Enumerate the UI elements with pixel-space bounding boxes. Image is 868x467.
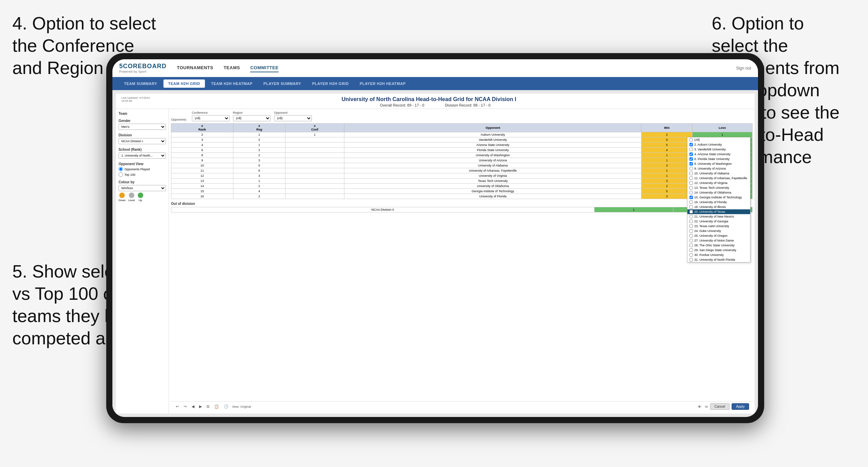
opponent-dropdown[interactable]: (All)2. Auburn University3. Vanderbilt U…	[687, 137, 750, 262]
cell-reg: 2	[233, 137, 285, 143]
subnav-team-summary[interactable]: TEAM SUMMARY	[119, 79, 162, 88]
cell-name: University of Alabama	[344, 163, 641, 168]
dropdown-item[interactable]: 24. Duke University	[687, 229, 750, 233]
toolbar-view-label: View: Original	[232, 405, 251, 408]
dropdown-item[interactable]: 6. Florida State University	[687, 157, 750, 161]
dropdown-item[interactable]: 18. University of Illinois	[687, 205, 750, 209]
toolbar-eye[interactable]: 👁	[696, 404, 703, 409]
dropdown-item[interactable]: 10. University of Alabama	[687, 171, 750, 176]
cell-rank: 13	[171, 179, 233, 184]
dropdown-item[interactable]: 23. Texas A&M University	[687, 224, 750, 229]
dropdown-item[interactable]: 27. University of Notre Dame	[687, 238, 750, 243]
dropdown-item[interactable]: 20. University of Texas	[687, 209, 750, 214]
cell-win: 1	[641, 153, 692, 158]
dropdown-item[interactable]: 22. University of Georgia	[687, 219, 750, 224]
sidebar-division-select[interactable]: NCAA Division I	[119, 138, 166, 144]
cell-reg: 1	[233, 179, 285, 184]
nav-item-tournaments[interactable]: TOURNAMENTS	[177, 64, 213, 72]
cancel-button[interactable]: Cancel	[710, 403, 730, 410]
radio-opponents-played-input[interactable]	[119, 167, 123, 171]
subnav-team-h2h-heatmap[interactable]: TEAM H2H HEATMAP	[206, 79, 257, 88]
dropdown-item[interactable]: 21. University of New Mexico	[687, 214, 750, 219]
table-body: 2 1 1 Auburn University 2 1 3 2 Vanderbi…	[171, 132, 753, 199]
dropdown-item[interactable]: 3. Vanderbilt University	[687, 147, 750, 152]
toolbar-copy[interactable]: ⧉	[205, 404, 211, 409]
cell-rank: 9	[171, 158, 233, 163]
subnav-team-h2h-grid[interactable]: TEAM H2H GRID	[163, 79, 205, 88]
nav-item-committee[interactable]: COMMITTEE	[250, 64, 279, 72]
cell-win: 1	[641, 158, 692, 163]
sidebar: Team Gender Men's Division NCAA Division…	[116, 109, 169, 414]
last-updated: Last Updated: 4/7/2024 16:55:38	[121, 96, 150, 102]
radio-top100[interactable]: Top 100	[119, 172, 166, 177]
dropdown-item[interactable]: 14. University of Oklahoma	[687, 190, 750, 195]
cell-reg: 5	[233, 163, 285, 168]
toolbar-w: W	[705, 405, 708, 408]
dropdown-item[interactable]: 13. Texas Tech University	[687, 185, 750, 190]
table-header-row: #Rank #Reg #Conf Opponent Win Loss	[171, 124, 753, 132]
opponent-filter-label: Opponent	[274, 111, 312, 114]
opponent-view-radio-group: Opponents Played Top 100	[119, 167, 166, 177]
dropdown-item[interactable]: 15. Georgia Institute of Technology	[687, 195, 750, 200]
cell-rank: 10	[171, 163, 233, 168]
cell-reg: 1	[233, 143, 285, 148]
dropdown-item[interactable]: 9. University of Arizona	[687, 166, 750, 171]
dropdown-item[interactable]: 29. San Diego State University	[687, 248, 750, 253]
cell-name: Auburn University	[344, 132, 641, 137]
table-row: 10 5 University of Alabama 3 0	[171, 163, 753, 168]
apply-button[interactable]: Apply	[732, 403, 749, 410]
cell-reg: 2	[233, 194, 285, 199]
dropdown-item[interactable]: 2. Auburn University	[687, 142, 750, 147]
subnav-player-summary[interactable]: PLAYER SUMMARY	[259, 79, 306, 88]
dropdown-item[interactable]: 31. University of North Florida	[687, 257, 750, 262]
cell-win: 3	[641, 163, 692, 168]
cell-rank: 2	[171, 132, 233, 137]
dropdown-item[interactable]: 12. University of Virginia	[687, 181, 750, 185]
toolbar-redo[interactable]: ↪	[182, 404, 188, 409]
sidebar-gender-select[interactable]: Men's	[119, 124, 166, 130]
toolbar-undo[interactable]: ↩	[174, 404, 180, 409]
subnav-player-h2h-heatmap[interactable]: PLAYER H2H HEATMAP	[355, 79, 411, 88]
dropdown-item[interactable]: (All)	[687, 137, 750, 142]
region-filter-select[interactable]: (All)	[233, 115, 271, 121]
division-record: Division Record: 88 - 17 - 0	[445, 103, 490, 107]
table-scroll[interactable]: #Rank #Reg #Conf Opponent Win Loss	[171, 123, 753, 401]
out-div-row: NCAA Division II 1 0	[171, 207, 753, 212]
dropdown-item[interactable]: 4. Arizona State University	[687, 152, 750, 157]
out-of-division: Out of division NCAA Division II 1 0	[171, 202, 753, 212]
legend-up: Up	[138, 193, 143, 202]
toolbar-paste[interactable]: 📋	[213, 404, 220, 409]
cell-conf	[285, 158, 344, 163]
radio-opponents-played[interactable]: Opponents Played	[119, 167, 166, 171]
main-content: Last Updated: 4/7/2024 16:55:38 Universi…	[112, 90, 758, 417]
dropdown-item[interactable]: 8. University of Washington	[687, 161, 750, 166]
nav-item-teams[interactable]: TEAMS	[223, 64, 240, 72]
table-row: 4 1 Arizona State University 5 1	[171, 143, 753, 148]
cell-reg: 6	[233, 168, 285, 173]
cell-rank: 3	[171, 137, 233, 143]
sidebar-school-select[interactable]: 1. University of North...	[119, 152, 166, 159]
signout-link[interactable]: Sign out	[736, 66, 751, 71]
dropdown-item[interactable]: 11. University of Arkansas, Fayetteville	[687, 176, 750, 181]
radio-top100-input[interactable]	[119, 172, 123, 177]
toolbar-clock[interactable]: 🕐	[222, 404, 230, 409]
grid-area: Opponents: Conference (All) Region (	[169, 109, 755, 414]
toolbar-forward[interactable]: ▶	[198, 404, 203, 409]
table-row: 9 3 University of Arizona 1 0	[171, 158, 753, 163]
sub-nav: TEAM SUMMARY TEAM H2H GRID TEAM H2H HEAT…	[112, 77, 758, 90]
subnav-player-h2h-grid[interactable]: PLAYER H2H GRID	[307, 79, 354, 88]
dropdown-item[interactable]: 28. The Ohio State University	[687, 243, 750, 248]
cell-win: 4	[641, 148, 692, 153]
dropdown-item[interactable]: 16. University of Florida	[687, 200, 750, 205]
cell-conf: 1	[285, 132, 344, 137]
toolbar-back[interactable]: ◀	[190, 404, 196, 409]
sidebar-colour-select[interactable]: Win/loss	[119, 185, 166, 191]
cell-name: Georgia Institute of Technology	[344, 189, 641, 194]
tablet-device: 5COREBOARD Powered by Sport TOURNAMENTS …	[106, 53, 764, 423]
dropdown-item[interactable]: 25. University of Oregon	[687, 233, 750, 238]
dropdown-item[interactable]: 30. Purdue University	[687, 253, 750, 257]
opponent-filter-select[interactable]: (All)	[274, 115, 312, 121]
conference-filter-select[interactable]: (All)	[192, 115, 230, 121]
cell-rank: 4	[171, 143, 233, 148]
colour-legend: Down Level Up	[119, 193, 166, 202]
